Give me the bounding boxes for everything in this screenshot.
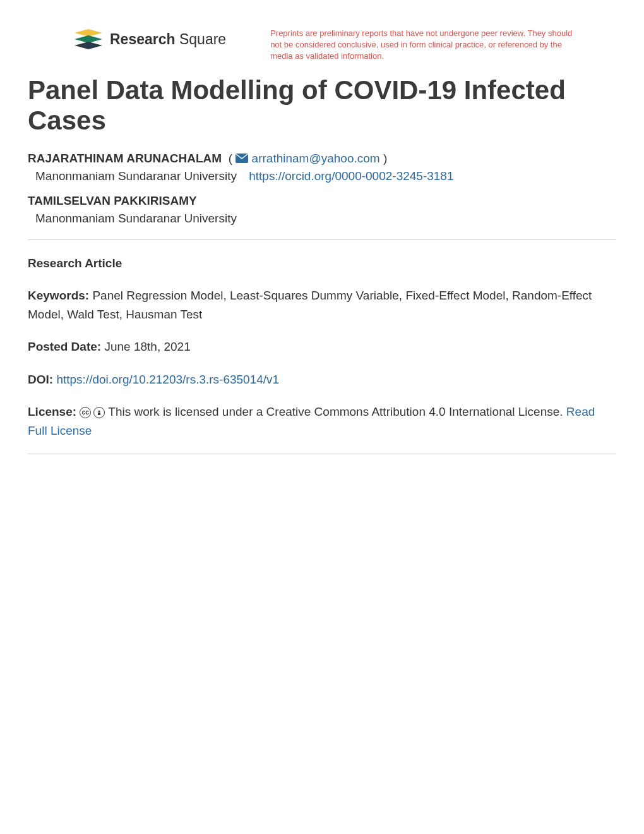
keywords-text: Panel Regression Model, Least-Squares Du… — [28, 289, 592, 320]
cc-by-icon — [93, 407, 105, 418]
posted-date-row: Posted Date: June 18th, 2021 — [28, 337, 616, 356]
doi-row: DOI: https://doi.org/10.21203/rs.3.rs-63… — [28, 370, 616, 389]
doi-link[interactable]: https://doi.org/10.21203/rs.3.rs-635014/… — [56, 373, 279, 386]
cc-icon: cc — [80, 407, 91, 418]
license-row: License: cc This work is licensed under … — [28, 402, 616, 440]
preprint-disclaimer: Preprints are preliminary reports that h… — [270, 28, 573, 63]
license-text: This work is licensed under a Creative C… — [108, 405, 566, 418]
svg-point-1 — [98, 411, 100, 413]
envelope-icon — [236, 150, 248, 169]
orcid-link[interactable]: https://orcid.org/0000-0002-3245-3181 — [249, 169, 453, 183]
posted-date-label: Posted Date: — [28, 340, 101, 353]
paper-title: Panel Data Modelling of COVID-19 Infecte… — [28, 75, 616, 136]
cc-icons: cc — [80, 407, 105, 418]
divider — [28, 454, 616, 454]
author-affiliation: Manonmaniam Sundaranar University — [35, 212, 616, 226]
article-type: Research Article — [28, 254, 616, 272]
license-label: License: — [28, 405, 76, 418]
author-block: RAJARATHINAM ARUNACHALAM ( arrathinam@ya… — [28, 150, 616, 183]
author-name: TAMILSELVAN PAKKIRISAMY — [28, 194, 197, 207]
research-square-logo-icon — [73, 28, 104, 51]
keywords-label: Keywords: — [28, 289, 89, 302]
keywords-row: Keywords: Panel Regression Model, Least-… — [28, 286, 616, 323]
author-block: TAMILSELVAN PAKKIRISAMY Manonmaniam Sund… — [28, 192, 616, 226]
divider — [28, 239, 616, 240]
posted-date-value: June 18th, 2021 — [101, 340, 191, 353]
author-email-link[interactable]: arrathinam@yahoo.com — [252, 152, 380, 165]
author-name: RAJARATHINAM ARUNACHALAM — [28, 152, 222, 165]
logo-text: Research Square — [110, 31, 226, 48]
author-affiliation: Manonmaniam Sundaranar University — [35, 169, 237, 183]
logo: Research Square — [73, 28, 226, 51]
doi-label: DOI: — [28, 373, 53, 386]
